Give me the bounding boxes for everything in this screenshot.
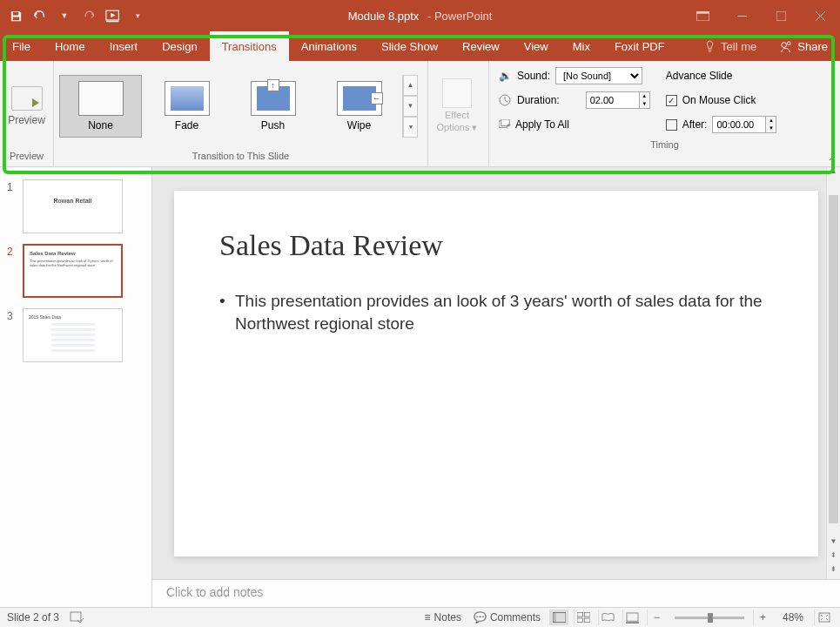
tab-design[interactable]: Design [150, 31, 209, 61]
gallery-scroll-up[interactable]: ▲ [403, 75, 418, 96]
reading-view-icon[interactable] [598, 610, 617, 625]
after-label: After: [682, 118, 708, 131]
after-input[interactable] [712, 116, 766, 133]
notes-label: Notes [434, 611, 461, 624]
gallery-scroll-down[interactable]: ▼ [403, 96, 418, 117]
tab-insert[interactable]: Insert [97, 31, 151, 61]
after-spinner[interactable]: ▲▼ [766, 116, 776, 133]
prev-slide-icon[interactable]: ⇞ [827, 551, 840, 565]
scroll-down-icon[interactable]: ▼ [827, 537, 840, 551]
start-from-beginning-icon[interactable] [104, 7, 122, 24]
sound-label: Sound: [517, 70, 550, 82]
group-label-preview: Preview [0, 151, 53, 166]
main-area: 1 Rowan Retail 2 Sales Data Review This … [0, 167, 840, 607]
slide-counter[interactable]: Slide 2 of 3 [7, 611, 59, 624]
apply-all-label: Apply To All [515, 118, 569, 131]
tab-file[interactable]: File [0, 31, 43, 61]
tell-me-button[interactable]: Tell me [694, 31, 767, 61]
zoom-slider[interactable] [675, 617, 744, 619]
undo-icon[interactable] [31, 7, 49, 24]
slide-title[interactable]: Sales Data Review [219, 229, 773, 262]
share-button[interactable]: Share [767, 31, 840, 61]
transition-gallery: None Fade ↑ Push ← Wipe ▲ ▼ ▾ [57, 75, 418, 138]
window-title: Module 8.pptx - PowerPoint [348, 10, 493, 23]
transition-none-thumb [78, 81, 124, 116]
scrollbar-thumb[interactable] [829, 195, 838, 523]
after-checkbox[interactable] [666, 119, 677, 131]
apply-to-all-button[interactable]: Apply To All [498, 115, 650, 134]
zoom-level[interactable]: 48% [777, 611, 809, 624]
tab-view[interactable]: View [512, 31, 561, 61]
lightbulb-icon [704, 40, 716, 53]
duration-spinner[interactable]: ▲▼ [640, 91, 650, 109]
redo-icon[interactable] [80, 7, 97, 24]
ribbon-display-options-icon[interactable] [683, 0, 722, 31]
comments-button[interactable]: 💬 Comments [470, 611, 544, 624]
sound-icon: 🔉 [498, 69, 512, 83]
thumbnail-number: 1 [7, 179, 17, 193]
next-slide-icon[interactable]: ⇟ [827, 565, 840, 579]
svg-rect-22 [819, 613, 830, 622]
on-mouse-click-checkbox[interactable]: ✓ [666, 95, 677, 106]
preview-button[interactable]: Preview [3, 71, 50, 141]
svg-rect-15 [553, 612, 556, 622]
tab-animations[interactable]: Animations [289, 31, 369, 61]
preview-label: Preview [8, 114, 45, 126]
on-mouse-click-label: On Mouse Click [682, 94, 756, 106]
collapse-ribbon-icon[interactable]: ㅅ [828, 152, 837, 165]
duration-input[interactable] [586, 91, 640, 109]
normal-view-icon[interactable] [549, 610, 568, 625]
sound-select[interactable]: [No Sound] [555, 67, 642, 84]
qat-customize-icon[interactable]: ▾ [129, 7, 146, 24]
share-icon [779, 40, 792, 53]
save-icon[interactable] [7, 7, 24, 24]
svg-point-8 [782, 42, 787, 47]
tab-home[interactable]: Home [43, 31, 97, 61]
transition-push[interactable]: ↑ Push [232, 75, 314, 138]
tab-slide-show[interactable]: Slide Show [369, 31, 450, 61]
svg-rect-3 [696, 11, 709, 14]
tab-mix[interactable]: Mix [561, 31, 602, 61]
ribbon-tabs: File Home Insert Design Transitions Anim… [0, 31, 840, 61]
transition-fade-label: Fade [175, 119, 198, 131]
duration-icon [498, 93, 512, 107]
thumbnail-preview: Sales Data Review This presentation prov… [23, 244, 123, 298]
undo-dropdown-icon[interactable]: ▼ [56, 7, 73, 24]
transition-none[interactable]: None [59, 75, 142, 138]
transition-wipe-label: Wipe [347, 119, 371, 131]
tab-review[interactable]: Review [450, 31, 512, 61]
zoom-out-button[interactable]: − [647, 610, 666, 625]
duration-label: Duration: [517, 94, 560, 106]
slideshow-view-icon[interactable] [622, 610, 642, 625]
tab-foxit-pdf[interactable]: Foxit PDF [602, 31, 677, 61]
thumbnail-3[interactable]: 3 2015 Sales Data [0, 303, 151, 367]
thumbnail-2[interactable]: 2 Sales Data Review This presentation pr… [0, 239, 151, 303]
spell-check-icon[interactable] [70, 611, 84, 624]
group-label-timing: Timing [489, 139, 840, 155]
thumbnail-number: 2 [7, 244, 17, 258]
tab-transitions[interactable]: Transitions [210, 31, 289, 61]
slide-bullet[interactable]: This presentation provides an look of 3 … [219, 290, 773, 336]
notes-button[interactable]: ≡ Notes [421, 611, 465, 624]
fit-to-window-icon[interactable] [814, 610, 833, 625]
slide-editor: Sales Data Review This presentation prov… [152, 167, 840, 607]
svg-rect-18 [577, 618, 583, 623]
transition-none-label: None [88, 119, 113, 131]
minimize-button[interactable] [722, 0, 762, 31]
thumbnail-preview: Rowan Retail [23, 179, 123, 233]
vertical-scrollbar[interactable]: ▲ ▼ ⇞ ⇟ [826, 167, 840, 579]
notes-pane[interactable]: Click to add notes [152, 579, 840, 607]
maximize-button[interactable] [762, 0, 801, 31]
close-button[interactable] [801, 0, 840, 31]
transition-fade[interactable]: Fade [145, 75, 228, 138]
scroll-up-icon[interactable]: ▲ [827, 167, 840, 181]
effect-options-icon [442, 78, 472, 108]
slide-canvas[interactable]: Sales Data Review This presentation prov… [174, 191, 818, 556]
thumbnail-1[interactable]: 1 Rowan Retail [0, 174, 151, 239]
zoom-in-button[interactable]: + [753, 610, 772, 625]
zoom-handle[interactable] [708, 613, 713, 623]
gallery-expand[interactable]: ▾ [403, 117, 418, 138]
effect-options-label-2: Options ▾ [437, 122, 478, 133]
transition-wipe[interactable]: ← Wipe [318, 75, 400, 138]
slide-sorter-view-icon[interactable] [574, 610, 593, 625]
